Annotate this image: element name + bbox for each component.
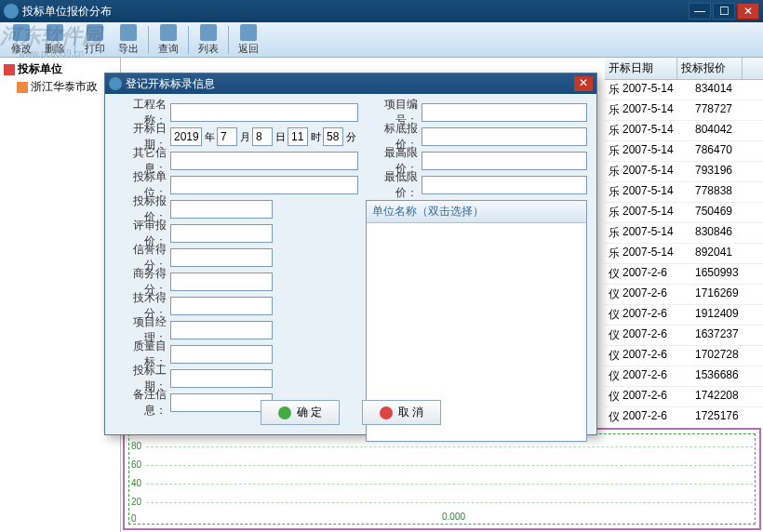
table-row[interactable]: 乐...2007-5-14778838 [605,182,763,203]
table-row[interactable]: 乐...2007-5-14793196 [605,162,763,182]
tree-panel: 投标单位 浙江华泰市政 [0,58,121,532]
input-tech[interactable] [170,297,273,315]
input-review[interactable] [170,224,273,243]
dialog: 登记开标标录信息 ✕ 工程名称： 开标日期： 年 月 日 时 分 其它信息： 投… [104,73,597,435]
col-date-header[interactable]: 开标日期 [605,58,677,79]
toolbar-return[interactable]: 返回 [233,22,264,58]
chart-value: 0.000 [442,512,465,522]
cancel-button[interactable]: 取 消 [362,400,441,425]
delete-icon [47,24,63,41]
app-icon [4,4,19,19]
toolbar-print[interactable]: 打印 [79,22,111,58]
table-row[interactable]: 仪...2007-2-61650993 [605,264,763,285]
input-unit[interactable] [170,176,358,194]
ytick: 40 [131,478,141,488]
table-row[interactable]: 乐...2007-5-14834014 [605,80,763,100]
input-day[interactable] [252,127,273,146]
ok-button[interactable]: 确 定 [261,400,340,425]
input-projname[interactable] [170,103,358,122]
tree-root-node[interactable]: 投标单位 [4,61,116,77]
ytick: 0 [131,513,137,524]
input-projcode[interactable] [422,103,587,122]
toolbar-modify[interactable]: 修改 [6,22,37,58]
table-row[interactable]: 乐...2007-5-14778727 [605,100,763,121]
table-row[interactable]: 乐...2007-5-14892041 [605,244,763,264]
dialog-titlebar: 登记开标标录信息 ✕ [105,73,596,94]
input-bid[interactable] [170,200,273,219]
ytick: 60 [131,459,141,470]
table-row[interactable]: 仪...2007-2-61725176 [605,407,763,426]
input-minute[interactable] [323,127,343,146]
table-row[interactable]: 仪...2007-2-61742208 [605,387,763,407]
table-row[interactable]: 仪...2007-2-61536686 [605,366,763,387]
input-other[interactable] [170,152,358,170]
toolbar-list[interactable]: 列表 [193,22,224,58]
table-row[interactable]: 乐...2007-5-14786470 [605,141,763,162]
tree-child-node[interactable]: 浙江华泰市政 [17,79,116,95]
dialog-close-button[interactable]: ✕ [574,76,593,91]
folder-icon [4,64,15,75]
input-year[interactable] [170,127,202,146]
table-row[interactable]: 乐...2007-5-14804042 [605,121,763,141]
minimize-button[interactable]: — [689,3,711,20]
input-hour[interactable] [288,127,308,146]
print-icon [87,24,103,41]
input-business[interactable] [170,273,273,291]
input-manager[interactable] [170,321,273,339]
list-icon [200,24,217,41]
table-row[interactable]: 仪...2007-2-61702728 [605,346,763,366]
edit-icon [13,24,30,41]
table-row[interactable]: 仪...2007-2-61912409 [605,305,763,326]
toolbar-delete[interactable]: 删除 [39,22,71,58]
input-max[interactable] [422,152,587,170]
table-row[interactable]: 仪...2007-2-61716269 [605,285,763,305]
dialog-icon [109,77,122,90]
input-credit[interactable] [170,248,273,267]
dialog-title: 登记开标标录信息 [126,76,215,92]
input-month[interactable] [217,127,237,146]
table-row[interactable]: 乐...2007-5-14830846 [605,223,763,244]
return-icon [240,24,257,41]
col-price-header[interactable]: 投标报价 [677,58,743,79]
ytick: 20 [131,497,141,507]
toolbar-export[interactable]: 导出 [113,22,144,58]
ok-icon [278,406,291,419]
toolbar: 河东软件园 www.pc0359.cn 修改 删除 打印 导出 查询 列表 返回 [0,22,763,58]
close-button[interactable]: ✕ [737,3,759,20]
toolbar-query[interactable]: 查询 [153,22,184,58]
cancel-icon [380,406,393,419]
maximize-button[interactable]: ☐ [713,3,735,20]
search-icon [160,24,177,41]
listbox-header: 单位名称（双击选择） [367,201,586,223]
input-period[interactable] [170,369,273,388]
input-min[interactable] [422,176,587,194]
window-title: 投标单位报价分布 [22,4,112,20]
main-titlebar: 投标单位报价分布 — ☐ ✕ [0,0,763,22]
input-bottom[interactable] [422,127,587,146]
data-table: 开标日期 投标报价 乐...2007-5-14834014乐...2007-5-… [605,58,763,426]
export-icon [120,24,137,41]
table-row[interactable]: 仪...2007-2-61637237 [605,326,763,346]
item-icon [17,82,28,93]
input-quality[interactable] [170,345,273,364]
table-row[interactable]: 乐...2007-5-14750469 [605,203,763,223]
label-min: 最低限价： [366,169,422,201]
